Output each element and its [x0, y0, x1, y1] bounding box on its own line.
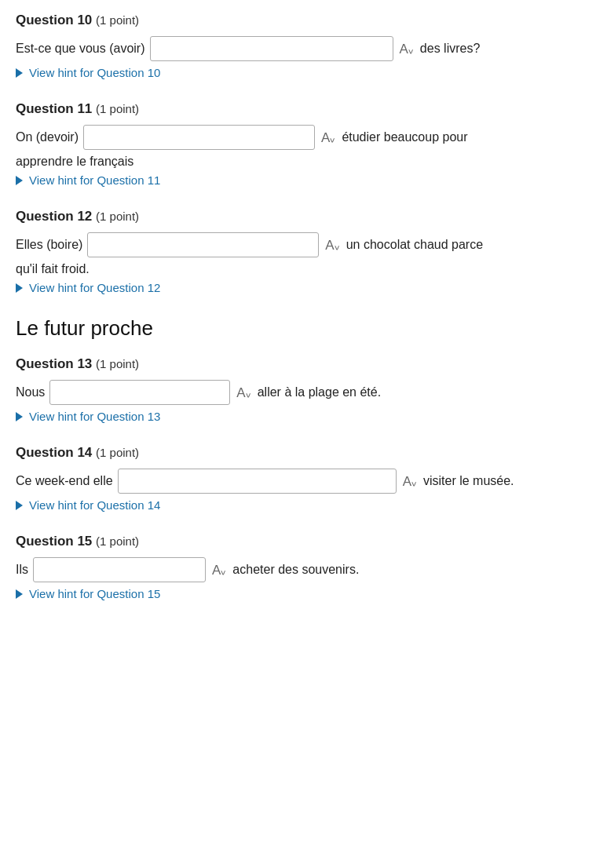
hint-label-14: View hint for Question 14	[29, 498, 160, 512]
question-13-title: Question 13 (1 point)	[16, 356, 591, 372]
question-15-input[interactable]	[33, 557, 206, 582]
question-11-suffix: étudier beaucoup pour	[342, 130, 467, 144]
question-11-continuation: apprendre le français	[16, 155, 591, 169]
spell-check-icon-12: Aᵥ	[325, 237, 339, 253]
question-12-block: Question 12 (1 point) Elles (boire) Aᵥ u…	[16, 209, 591, 294]
spell-check-icon-13: Aᵥ	[236, 385, 250, 401]
spell-check-icon-11: Aᵥ	[321, 129, 335, 146]
hint-label-12: View hint for Question 12	[29, 281, 160, 294]
question-15-row: Ils Aᵥ acheter des souvenirs.	[16, 557, 591, 582]
hint-arrow-13	[16, 412, 23, 421]
question-10-title: Question 10 (1 point)	[16, 13, 591, 28]
spell-check-icon-14: Aᵥ	[403, 473, 417, 490]
question-11-block: Question 11 (1 point) On (devoir) Aᵥ étu…	[16, 101, 591, 187]
hint-label-11: View hint for Question 11	[29, 173, 160, 187]
question-10-block: Question 10 (1 point) Est-ce que vous (a…	[16, 13, 591, 79]
question-11-row: On (devoir) Aᵥ étudier beaucoup pour	[16, 125, 591, 150]
question-14-block: Question 14 (1 point) Ce week-end elle A…	[16, 445, 591, 512]
hint-arrow-14	[16, 501, 23, 510]
question-11-title: Question 11 (1 point)	[16, 101, 591, 117]
question-12-row: Elles (boire) Aᵥ un chocolat chaud parce	[16, 232, 591, 257]
hint-arrow-11	[16, 176, 23, 185]
question-13-row: Nous Aᵥ aller à la plage en été.	[16, 380, 591, 405]
spell-check-icon-10: Aᵥ	[400, 41, 414, 57]
section-title: Le futur proche	[16, 316, 591, 341]
question-12-continuation: qu'il fait froid.	[16, 262, 591, 276]
question-10-suffix: des livres?	[420, 42, 480, 56]
hint-link-15[interactable]: View hint for Question 15	[16, 587, 160, 600]
question-10-prefix: Est-ce que vous (avoir)	[16, 42, 145, 56]
question-15-prefix: Ils	[16, 563, 28, 577]
hint-arrow-15	[16, 589, 23, 599]
question-13-block: Question 13 (1 point) Nous Aᵥ aller à la…	[16, 356, 591, 423]
hint-arrow-12	[16, 283, 23, 293]
hint-label-13: View hint for Question 13	[29, 410, 160, 423]
question-15-title: Question 15 (1 point)	[16, 534, 591, 549]
hint-arrow-10	[16, 68, 23, 78]
question-12-title: Question 12 (1 point)	[16, 209, 591, 224]
hint-link-14[interactable]: View hint for Question 14	[16, 498, 160, 512]
question-14-title: Question 14 (1 point)	[16, 445, 591, 461]
question-12-prefix: Elles (boire)	[16, 238, 82, 252]
question-10-input[interactable]	[150, 36, 393, 61]
hint-label-15: View hint for Question 15	[29, 587, 160, 600]
hint-link-10[interactable]: View hint for Question 10	[16, 66, 160, 79]
question-12-input[interactable]	[87, 232, 319, 257]
question-14-row: Ce week-end elle Aᵥ visiter le musée.	[16, 469, 591, 494]
spell-check-icon-15: Aᵥ	[212, 562, 226, 578]
question-14-prefix: Ce week-end elle	[16, 474, 113, 488]
question-11-input[interactable]	[83, 125, 315, 150]
hint-link-11[interactable]: View hint for Question 11	[16, 173, 160, 187]
question-12-suffix: un chocolat chaud parce	[346, 238, 483, 252]
question-14-input[interactable]	[118, 469, 397, 494]
question-15-suffix: acheter des souvenirs.	[232, 563, 359, 577]
question-10-row: Est-ce que vous (avoir) Aᵥ des livres?	[16, 36, 591, 61]
hint-link-13[interactable]: View hint for Question 13	[16, 410, 160, 423]
question-13-prefix: Nous	[16, 385, 45, 399]
question-11-prefix: On (devoir)	[16, 130, 79, 144]
question-13-input[interactable]	[49, 380, 230, 405]
question-13-suffix: aller à la plage en été.	[258, 385, 381, 399]
hint-link-12[interactable]: View hint for Question 12	[16, 281, 160, 294]
question-14-suffix: visiter le musée.	[423, 474, 514, 488]
hint-label-10: View hint for Question 10	[29, 66, 160, 79]
question-15-block: Question 15 (1 point) Ils Aᵥ acheter des…	[16, 534, 591, 600]
